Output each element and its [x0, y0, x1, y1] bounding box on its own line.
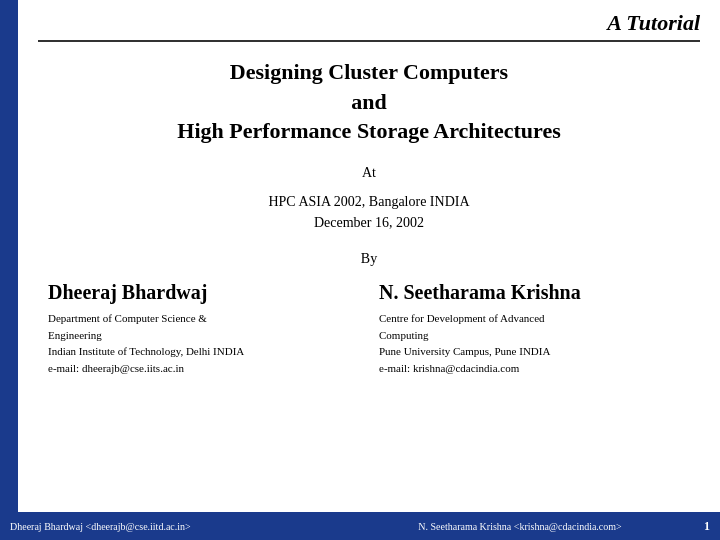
venue-line2: December 16, 2002 [268, 212, 469, 233]
author2-detail1: Centre for Development of Advanced [379, 310, 690, 327]
main-content: Designing Cluster Computers and High Per… [38, 42, 700, 512]
slide-title-line1: Designing Cluster Computers [230, 58, 508, 87]
author1-detail4: e-mail: dheerajb@cse.iits.ac.in [48, 360, 359, 377]
venue-line1: HPC ASIA 2002, Bangalore INDIA [268, 191, 469, 212]
by-label: By [361, 251, 377, 267]
slide-title-and: and [351, 89, 386, 115]
author2-detail2: Computing [379, 327, 690, 344]
author1-detail3: Indian Institute of Technology, Delhi IN… [48, 343, 359, 360]
footer-left: Dheeraj Bhardwaj <dheerajb@cse.iitd.ac.i… [10, 521, 350, 532]
footer-center: N. Seetharama Krishna <krishna@cdacindia… [350, 521, 690, 532]
author-block-2: N. Seetharama Krishna Centre for Develop… [379, 281, 690, 376]
venue-block: HPC ASIA 2002, Bangalore INDIA December … [268, 191, 469, 233]
author2-detail3: Pune University Campus, Pune INDIA [379, 343, 690, 360]
top-title-row: A Tutorial [38, 10, 700, 42]
author1-name: Dheeraj Bhardwaj [48, 281, 359, 304]
author1-detail2: Engineering [48, 327, 359, 344]
tutorial-title: A Tutorial [607, 10, 700, 36]
blue-sidebar [0, 0, 18, 512]
content-area: A Tutorial Designing Cluster Computers a… [18, 0, 720, 512]
author2-detail4: e-mail: krishna@cdacindia.com [379, 360, 690, 377]
author2-details: Centre for Development of Advanced Compu… [379, 310, 690, 376]
author-block-1: Dheeraj Bhardwaj Department of Computer … [48, 281, 359, 376]
at-label: At [362, 165, 376, 181]
author2-name: N. Seetharama Krishna [379, 281, 690, 304]
authors-row: Dheeraj Bhardwaj Department of Computer … [38, 281, 700, 376]
author1-details: Department of Computer Science & Enginee… [48, 310, 359, 376]
author1-detail1: Department of Computer Science & [48, 310, 359, 327]
slide-title-line2: High Performance Storage Architectures [177, 117, 560, 146]
footer-page-number: 1 [690, 519, 710, 534]
slide-footer: Dheeraj Bhardwaj <dheerajb@cse.iitd.ac.i… [0, 512, 720, 540]
slide-container: A Tutorial Designing Cluster Computers a… [0, 0, 720, 512]
